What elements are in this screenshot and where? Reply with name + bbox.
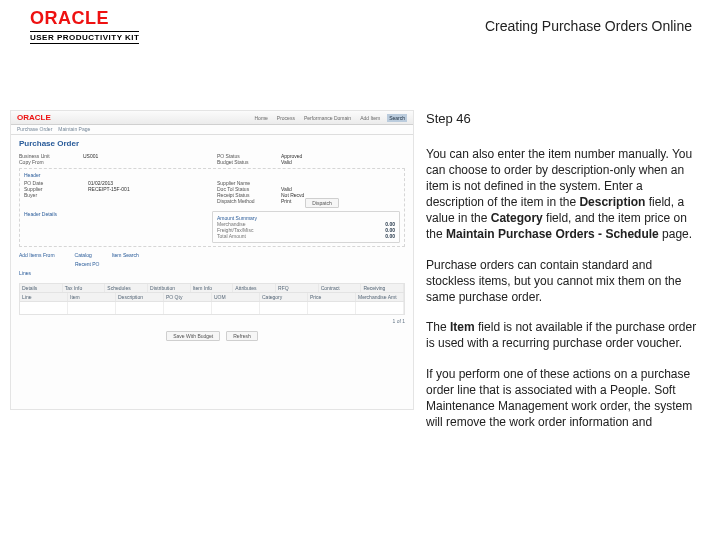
disp-value: Print: [281, 198, 291, 208]
total-label: Total Amount: [217, 233, 246, 239]
gridtab-attr[interactable]: Attributes: [233, 284, 276, 292]
total-value: 0.00: [385, 233, 395, 239]
instruction-column: Step 46 You can also enter the item numb…: [420, 62, 720, 540]
step-label: Step 46: [426, 110, 702, 128]
grid-row: [20, 302, 404, 314]
instruction-p2: Purchase orders can contain standard and…: [426, 257, 702, 306]
nav-home[interactable]: Home: [252, 114, 269, 122]
oracle-wordmark: ORACLE: [30, 8, 109, 28]
disp-label: Dispatch Method: [217, 198, 273, 208]
col-item: Item: [68, 293, 116, 301]
tab-po[interactable]: Purchase Order: [17, 126, 52, 133]
gridtab-contract[interactable]: Contract: [319, 284, 362, 292]
gridtab-sched[interactable]: Schedules: [105, 284, 148, 292]
col-uom: UOM: [212, 293, 260, 301]
nav-additem[interactable]: Add Item: [358, 114, 382, 122]
nav-domain[interactable]: Performance Domain: [302, 114, 353, 122]
app-topbar: ORACLE Home Process Performance Domain A…: [11, 111, 413, 125]
instruction-p3: The Item field is not available if the p…: [426, 319, 702, 351]
gridtab-details[interactable]: Details: [20, 284, 63, 292]
page-heading: Purchase Order: [19, 139, 405, 148]
tab-maintain[interactable]: Maintain Page: [58, 126, 90, 133]
gridtab-tax[interactable]: Tax Info: [63, 284, 106, 292]
col-cat: Category: [260, 293, 308, 301]
document-title: Creating Purchase Orders Online: [485, 18, 692, 34]
nav-process[interactable]: Process: [275, 114, 297, 122]
app-screenshot: ORACLE Home Process Performance Domain A…: [10, 110, 414, 410]
oracle-logo-icon: ORACLE: [17, 113, 51, 122]
recentpo-link[interactable]: Recent PO: [75, 261, 99, 267]
buyer-label: Buyer: [24, 192, 80, 198]
header-box: Header PO Date01/02/2013 SupplierRECEIPT…: [19, 168, 405, 247]
instruction-p1: You can also enter the item number manua…: [426, 146, 702, 243]
lines-heading: Lines: [19, 270, 405, 276]
col-line: Line: [20, 293, 68, 301]
topnav: Home Process Performance Domain Add Item…: [252, 114, 407, 122]
gridtab-rfq[interactable]: RFQ: [276, 284, 319, 292]
grid-tabs-row: Details Tax Info Schedules Distribution …: [20, 284, 404, 293]
col-desc: Description: [116, 293, 164, 301]
header-details-link[interactable]: Header Details: [24, 211, 202, 243]
save-button[interactable]: Save With Budget: [166, 331, 220, 341]
screenshot-column: ORACLE Home Process Performance Domain A…: [0, 62, 420, 540]
instruction-p4: If you perform one of these actions on a…: [426, 366, 702, 431]
col-price: Price: [308, 293, 356, 301]
gridtab-dist[interactable]: Distribution: [148, 284, 191, 292]
rows-count: 1 of 1: [19, 318, 405, 324]
catalog-link[interactable]: Catalog: [75, 252, 92, 258]
upk-label: USER PRODUCTIVITY KIT: [30, 31, 139, 44]
gridtab-recv[interactable]: Receiving: [361, 284, 404, 292]
nav-search[interactable]: Search: [387, 114, 407, 122]
gridtab-item[interactable]: Item Info: [191, 284, 234, 292]
col-qty: PO Qty: [164, 293, 212, 301]
grid-header-row: Line Item Description PO Qty UOM Categor…: [20, 293, 404, 302]
col-amt: Merchandise Amt: [356, 293, 404, 301]
budget-value: Valid: [281, 159, 292, 165]
app-tabs: Purchase Order Maintain Page: [11, 125, 413, 135]
brand: ORACLE USER PRODUCTIVITY KIT: [30, 8, 139, 44]
itemsearch-link[interactable]: Item Search: [112, 252, 139, 258]
page-header: ORACLE USER PRODUCTIVITY KIT Creating Pu…: [0, 0, 720, 62]
budget-label: Budget Status: [217, 159, 273, 165]
bu-value: US001: [83, 153, 98, 159]
lines-grid: Details Tax Info Schedules Distribution …: [19, 283, 405, 315]
additems-label: Add Items From: [19, 252, 55, 258]
refresh-button[interactable]: Refresh: [226, 331, 258, 341]
supplier-value: RECEIPT-15F-001: [88, 186, 130, 192]
copy-label: Copy From: [19, 159, 75, 165]
header-section-label: Header: [24, 172, 400, 178]
dispatch-button[interactable]: Dispatch: [305, 198, 338, 208]
